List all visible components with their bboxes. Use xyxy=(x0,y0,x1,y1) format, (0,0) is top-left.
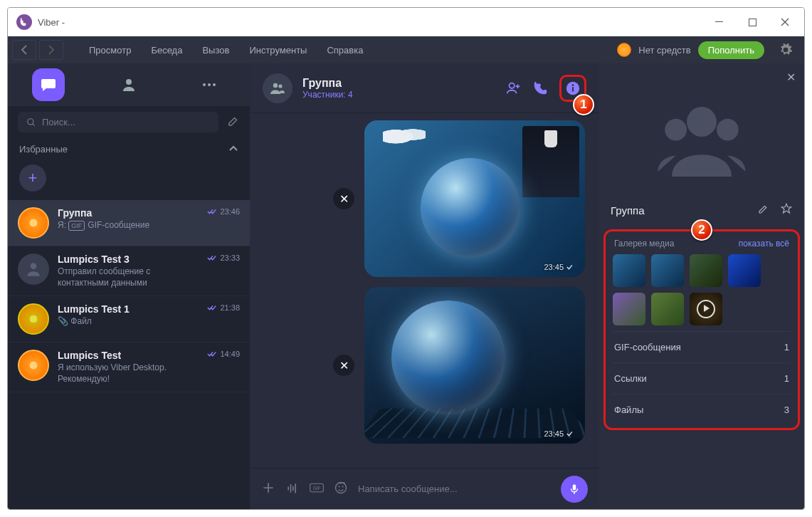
chevron-up-icon xyxy=(228,144,238,155)
chat-panel: Группа Участники: 4 1 xyxy=(250,63,599,509)
settings-icon[interactable] xyxy=(777,41,794,58)
attach-button[interactable] xyxy=(261,481,275,498)
add-participant-button[interactable] xyxy=(505,80,521,96)
window-close-button[interactable] xyxy=(769,11,801,33)
svg-point-2 xyxy=(126,79,132,85)
chat-item[interactable]: Lumpics Test 1 📎 Файл 21:38 xyxy=(8,296,250,343)
sticker-button[interactable] xyxy=(334,481,348,498)
svg-point-6 xyxy=(28,118,33,124)
nav-contacts-button[interactable] xyxy=(112,68,145,101)
compose-button[interactable] xyxy=(227,115,240,130)
nav-back-button[interactable] xyxy=(12,40,36,60)
call-button[interactable] xyxy=(532,80,548,96)
audio-button[interactable] xyxy=(285,481,300,498)
message-time: 23:45 xyxy=(544,263,564,271)
media-thumb[interactable] xyxy=(613,254,645,287)
message-list[interactable]: ✕ 23:45 ✕ 23:45 xyxy=(250,113,599,468)
menu-chat[interactable]: Беседа xyxy=(141,45,192,56)
row-label: Файлы xyxy=(614,404,643,415)
media-thumb[interactable] xyxy=(613,293,645,325)
favorites-header[interactable]: Избранные xyxy=(8,138,250,160)
add-favorite-button[interactable]: + xyxy=(19,164,46,192)
chat-time: 23:46 xyxy=(220,207,240,216)
menu-call[interactable]: Вызов xyxy=(192,45,239,56)
svg-point-4 xyxy=(208,83,211,86)
group-avatar-large xyxy=(648,88,755,195)
media-row-links[interactable]: Ссылки 1 xyxy=(613,362,791,394)
chat-preview: Я: GIFGIF-сообщение xyxy=(58,220,199,231)
chat-title: Группа xyxy=(302,77,353,90)
svg-point-24 xyxy=(665,119,687,141)
message-image[interactable]: ✕ 23:45 xyxy=(364,287,585,444)
media-row-gif[interactable]: GIF-сообщения 1 xyxy=(613,331,791,362)
row-count: 3 xyxy=(784,404,789,415)
window-minimize-button[interactable] xyxy=(703,11,736,33)
favorite-button[interactable] xyxy=(773,205,793,217)
svg-point-3 xyxy=(203,83,206,86)
svg-rect-1 xyxy=(749,19,756,26)
nav-more-button[interactable] xyxy=(193,68,226,101)
media-row-files[interactable]: Файлы 3 xyxy=(613,394,791,425)
gallery-label: Галерея медиа xyxy=(614,239,674,249)
search-input[interactable]: Поиск... xyxy=(18,112,218,132)
chat-name: Lumpics Test 1 xyxy=(58,303,199,315)
media-thumb[interactable] xyxy=(651,254,684,287)
nav-forward-button[interactable] xyxy=(39,40,63,60)
svg-rect-15 xyxy=(292,486,294,491)
media-thumb[interactable] xyxy=(728,254,761,287)
nav-chats-button[interactable] xyxy=(32,68,65,101)
titlebar: Viber - xyxy=(8,8,804,36)
message-image[interactable]: ✕ 23:45 xyxy=(364,120,585,277)
media-gallery-section: 2 Галерея медиа показать всё GIF-сообщен… xyxy=(603,229,800,430)
svg-rect-0 xyxy=(715,21,723,22)
svg-point-19 xyxy=(336,482,347,493)
menu-view[interactable]: Просмотр xyxy=(79,45,141,56)
row-count: 1 xyxy=(784,342,789,352)
row-count: 1 xyxy=(784,373,789,384)
svg-point-7 xyxy=(31,263,37,269)
media-thumb[interactable] xyxy=(651,293,684,325)
delete-message-button[interactable]: ✕ xyxy=(333,188,354,209)
info-button-highlighted[interactable]: 1 xyxy=(559,75,586,102)
mic-button[interactable] xyxy=(561,476,588,503)
balance-text: Нет средств xyxy=(638,45,690,56)
viber-logo-icon xyxy=(16,14,32,30)
svg-point-20 xyxy=(339,486,340,487)
chat-time: 23:33 xyxy=(220,254,240,262)
svg-rect-22 xyxy=(573,484,576,490)
show-all-link[interactable]: показать всё xyxy=(739,239,789,249)
chat-header: Группа Участники: 4 1 xyxy=(250,63,599,113)
chat-item-group[interactable]: Группа Я: GIFGIF-сообщение 23:46 xyxy=(8,200,250,246)
favorites-label: Избранные xyxy=(19,144,68,155)
message-input-bar: GIF Написать сообщение... xyxy=(250,468,599,509)
search-placeholder: Поиск... xyxy=(42,117,75,127)
svg-rect-16 xyxy=(295,484,296,493)
media-thumb-video[interactable] xyxy=(690,293,722,325)
media-thumbnails xyxy=(613,254,791,331)
delete-message-button[interactable]: ✕ xyxy=(333,355,354,376)
chat-time: 21:38 xyxy=(220,303,240,312)
topup-button[interactable]: Пополнить xyxy=(698,41,764,59)
chat-item[interactable]: Lumpics Test Я использую Viber Desktop. … xyxy=(8,343,250,392)
svg-point-5 xyxy=(213,83,216,86)
message-input[interactable]: Написать сообщение... xyxy=(358,484,551,494)
chat-item[interactable]: Lumpics Test 3 Отправил сообщение с конт… xyxy=(8,246,250,296)
chat-preview: 📎 Файл xyxy=(58,316,199,328)
chat-preview: Отправил сообщение с контактными данными xyxy=(58,266,199,288)
media-thumb[interactable] xyxy=(690,254,722,287)
menu-tools[interactable]: Инструменты xyxy=(239,45,317,56)
window-maximize-button[interactable] xyxy=(736,11,769,33)
chat-name: Группа xyxy=(58,207,199,219)
group-avatar-icon xyxy=(263,73,292,103)
svg-point-23 xyxy=(687,107,717,137)
gif-button[interactable]: GIF xyxy=(310,481,324,498)
window-title: Viber - xyxy=(38,17,65,28)
info-group-name: Группа xyxy=(611,204,743,216)
info-panel: ✕ Группа 2 Галерея медиа пока xyxy=(599,63,804,509)
message-time: 23:45 xyxy=(544,429,564,438)
chat-preview: Я использую Viber Desktop. Рекомендую! xyxy=(58,362,199,385)
sidebar-nav xyxy=(8,63,250,106)
menu-help[interactable]: Справка xyxy=(317,45,373,56)
edit-name-button[interactable] xyxy=(750,205,770,217)
close-panel-button[interactable]: ✕ xyxy=(778,63,804,91)
